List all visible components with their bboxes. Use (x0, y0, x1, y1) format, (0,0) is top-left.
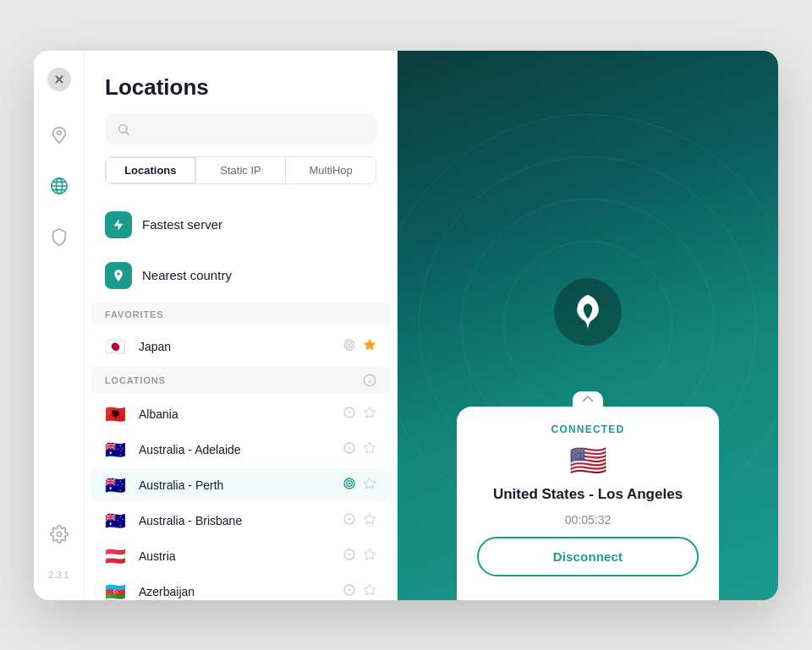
aus-perth-name: Australia - Perth (139, 478, 332, 492)
svg-point-13 (348, 344, 349, 345)
svg-marker-20 (364, 407, 375, 418)
aus-adelaide-name: Australia - Adelaide (139, 443, 332, 456)
svg-point-35 (348, 589, 349, 590)
search-box[interactable] (105, 114, 376, 145)
aus-adelaide-actions (343, 441, 376, 458)
aus-brisbane-name: Australia - Brisbane (139, 514, 332, 527)
svg-marker-30 (364, 513, 375, 524)
signal-icon (343, 441, 356, 458)
austria-flag: 🇦🇹 (105, 548, 129, 565)
albania-name: Albania (139, 407, 332, 421)
az-actions (343, 583, 376, 600)
svg-line-10 (126, 132, 129, 135)
austria-name: Austria (139, 549, 332, 563)
star-icon[interactable] (363, 406, 376, 423)
tab-static-ip[interactable]: Static IP (196, 157, 286, 183)
svg-point-19 (348, 412, 349, 412)
aus-brisbane-flag: 🇦🇺 (105, 512, 129, 529)
surfshark-logo (569, 293, 606, 330)
sidebar-item-settings[interactable] (44, 519, 74, 549)
star-icon[interactable] (363, 477, 376, 494)
svg-marker-14 (364, 339, 375, 350)
close-button[interactable] (47, 68, 71, 91)
albania-actions (343, 406, 376, 423)
star-icon[interactable] (363, 441, 376, 458)
connected-status: CONNECTED (551, 423, 625, 435)
connected-country-flag: 🇺🇸 (569, 445, 607, 476)
aus-perth-actions (343, 477, 376, 494)
locations-section-header: LOCATIONS (91, 367, 390, 394)
svg-point-8 (57, 532, 62, 537)
locations-section-label: LOCATIONS (105, 375, 166, 385)
app-container: 2.3.1 Locations Locations Static IP Mult… (34, 51, 778, 600)
star-icon[interactable] (363, 338, 376, 355)
connected-time: 00:05:32 (565, 513, 612, 527)
list-item[interactable]: 🇦🇺 Australia - Brisbane (91, 504, 390, 538)
signal-icon (343, 406, 356, 423)
star-icon[interactable] (363, 548, 376, 565)
connected-card: CONNECTED 🇺🇸 United States - Los Angeles… (457, 407, 719, 600)
austria-actions (343, 548, 376, 565)
search-icon (117, 123, 130, 136)
favorites-section-header: FAVORITES (91, 303, 390, 326)
logo-container (554, 278, 622, 346)
svg-point-9 (119, 124, 127, 132)
japan-name: Japan (139, 340, 332, 353)
locations-title: Locations (105, 74, 376, 101)
aus-adelaide-flag: 🇦🇺 (105, 441, 129, 458)
svg-point-26 (348, 483, 349, 483)
nearest-country-item[interactable]: Nearest country (91, 252, 390, 299)
japan-actions (343, 338, 376, 355)
list-item[interactable]: 🇦🇿 Azerbaijan (91, 575, 390, 600)
fastest-server-icon (105, 211, 132, 238)
search-input[interactable] (137, 123, 365, 136)
signal-icon (343, 548, 356, 565)
signal-icon (343, 477, 356, 494)
svg-point-22 (348, 447, 349, 448)
surfshark-logo-bg (554, 278, 622, 346)
signal-icon (343, 338, 356, 355)
connected-country-name: United States - Los Angeles (493, 486, 683, 503)
fastest-server-label: Fastest server (142, 217, 222, 232)
sidebar-item-vpn[interactable] (44, 120, 74, 150)
svg-marker-33 (364, 549, 375, 560)
az-name: Azerbaijan (139, 585, 332, 598)
svg-point-2 (57, 130, 61, 134)
az-flag: 🇦🇿 (105, 583, 129, 600)
sidebar-item-security[interactable] (44, 221, 74, 252)
star-icon[interactable] (363, 512, 376, 529)
locations-panel: Locations Locations Static IP MultiHop (85, 51, 398, 600)
list-item[interactable]: 🇦🇺 Australia - Adelaide (91, 433, 390, 467)
tab-multihop[interactable]: MultiHop (286, 157, 376, 183)
list-item[interactable]: 🇦🇱 Albania (91, 397, 390, 431)
list-item[interactable]: 🇦🇹 Austria (91, 539, 390, 573)
favorites-label: FAVORITES (105, 309, 163, 320)
sidebar: 2.3.1 (34, 51, 85, 600)
svg-point-32 (348, 554, 349, 554)
vpn-panel: CONNECTED 🇺🇸 United States - Los Angeles… (398, 51, 778, 600)
albania-flag: 🇦🇱 (105, 406, 129, 423)
fastest-server-item[interactable]: Fastest server (91, 201, 390, 249)
japan-flag: 🇯🇵 (105, 338, 129, 355)
signal-icon (343, 512, 356, 529)
svg-marker-23 (364, 442, 375, 453)
chevron-up-icon[interactable] (573, 391, 603, 407)
star-icon[interactable] (363, 583, 376, 600)
nearest-country-icon (105, 262, 132, 289)
app-version: 2.3.1 (48, 570, 69, 580)
svg-marker-36 (364, 584, 375, 595)
list-item[interactable]: 🇯🇵 Japan (91, 330, 390, 363)
locations-list: Fastest server Nearest country FAVORITES… (85, 201, 397, 600)
svg-point-29 (348, 518, 349, 519)
info-icon (363, 374, 376, 387)
aus-brisbane-actions (343, 512, 376, 529)
tab-bar: Locations Static IP MultiHop (105, 156, 376, 184)
disconnect-button[interactable]: Disconnect (477, 537, 699, 576)
sidebar-item-locations[interactable] (44, 171, 74, 201)
tab-locations[interactable]: Locations (106, 157, 195, 183)
aus-perth-flag: 🇦🇺 (105, 477, 129, 494)
signal-icon (343, 583, 356, 600)
list-item[interactable]: 🇦🇺 Australia - Perth (91, 468, 390, 502)
locations-header: Locations Locations Static IP MultiHop (85, 51, 397, 201)
svg-marker-27 (364, 478, 375, 489)
